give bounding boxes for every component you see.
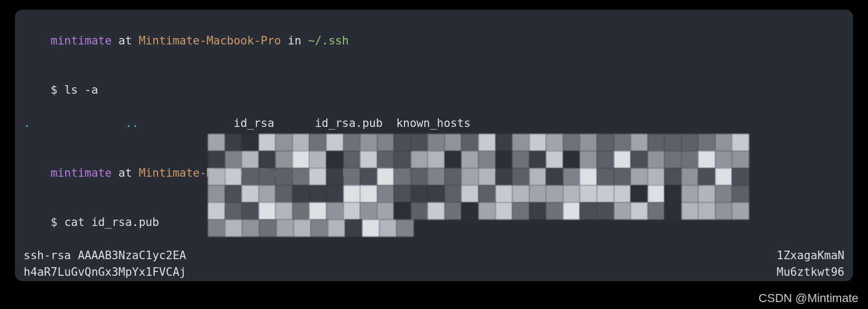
ls-file-idrsa: id_rsa <box>234 117 274 130</box>
command-line-1: $ ls -a <box>24 66 844 116</box>
ssh-key-line: h4aR7LuGvQnGx3MpYx1FVCAjMu6ztkwt96 <box>24 264 844 281</box>
command-text: cat id_rsa.pub <box>64 216 159 229</box>
ls-dot: . <box>24 117 31 130</box>
ssh-key-line: VxQHuWv9l7WHE8v4IlIwRLOfTjQSH7N83A <box>24 281 844 281</box>
watermark-text: CSDN @Mintimate <box>759 290 858 307</box>
terminal-window[interactable]: mintimate at Mintimate-Macbook-Pro in ~/… <box>15 10 853 281</box>
prompt-line-1: mintimate at Mintimate-Macbook-Pro in ~/… <box>24 16 844 66</box>
ls-file-knownhosts: known_hosts <box>396 117 470 130</box>
command-text: ls -a <box>64 84 98 96</box>
redacted-mosaic <box>208 134 749 237</box>
ls-output: . .. id_rsa id_rsa.pub known_hosts <box>24 115 844 132</box>
prompt-path: ~/.ssh <box>308 34 349 47</box>
prompt-host: Mintimate-Macbook-Pro <box>139 34 281 47</box>
prompt-symbol: $ <box>51 84 64 96</box>
ssh-key-line: ssh-rsa AAAAB3NzaC1yc2EA1ZxagaKmaN <box>24 247 844 264</box>
prompt-user: mintimate <box>51 34 112 47</box>
ls-file-idrsapub: id_rsa.pub <box>315 117 383 130</box>
ls-dotdot: .. <box>125 117 139 130</box>
